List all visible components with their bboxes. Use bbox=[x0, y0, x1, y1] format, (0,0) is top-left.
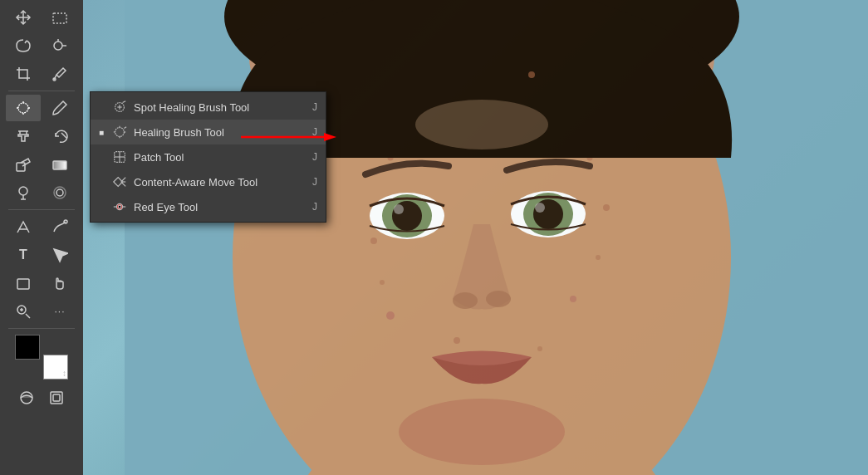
tool-row-6 bbox=[0, 151, 83, 178]
lasso-tool-button[interactable] bbox=[6, 32, 41, 59]
color-swatches: ↕ bbox=[15, 335, 68, 380]
more-tools-button[interactable]: ··· bbox=[42, 298, 77, 325]
svg-point-58 bbox=[19, 187, 27, 195]
divider-1 bbox=[8, 91, 75, 91]
tool-row-3 bbox=[0, 61, 83, 87]
divider-3 bbox=[8, 328, 75, 329]
svg-point-62 bbox=[56, 189, 63, 196]
canvas-area bbox=[83, 0, 868, 475]
crop-tool-button[interactable] bbox=[6, 61, 41, 87]
menu-item-patch[interactable]: Patch Tool J bbox=[91, 144, 326, 169]
marquee-tool-button[interactable] bbox=[42, 4, 77, 31]
eraser-tool-button[interactable] bbox=[6, 151, 41, 178]
tool-row-7 bbox=[0, 179, 83, 206]
tool-row-4 bbox=[0, 95, 83, 121]
svg-point-20 bbox=[596, 255, 601, 260]
face-image bbox=[125, 0, 868, 475]
quick-mask-button[interactable] bbox=[13, 386, 40, 409]
clone-stamp-tool-button[interactable] bbox=[6, 123, 41, 149]
svg-point-19 bbox=[603, 204, 610, 211]
content-aware-label: Content-Aware Move Tool bbox=[134, 176, 257, 189]
tool-row-10 bbox=[0, 270, 83, 296]
toolbar: T bbox=[0, 0, 83, 475]
patch-label: Patch Tool bbox=[134, 151, 184, 164]
menu-item-spot-healing[interactable]: Spot Healing Brush Tool J bbox=[91, 95, 326, 120]
svg-rect-56 bbox=[17, 163, 25, 171]
svg-point-33 bbox=[486, 291, 511, 307]
patch-shortcut: J bbox=[312, 151, 317, 163]
shape-tool-button[interactable] bbox=[6, 270, 41, 296]
tool-row-9: T bbox=[0, 242, 83, 268]
svg-point-37 bbox=[528, 71, 535, 78]
svg-point-87 bbox=[118, 205, 121, 208]
eyedropper-tool-button[interactable] bbox=[42, 61, 77, 87]
svg-rect-57 bbox=[53, 161, 66, 169]
tool-row-11: ··· bbox=[0, 298, 83, 325]
svg-point-43 bbox=[54, 42, 62, 50]
zoom-tool-button[interactable] bbox=[6, 298, 41, 325]
swap-colors-icon[interactable]: ↕ bbox=[62, 369, 66, 378]
patch-icon bbox=[110, 148, 129, 166]
content-aware-shortcut: J bbox=[312, 176, 317, 188]
type-tool-label: T bbox=[19, 247, 27, 262]
tool-row-8 bbox=[0, 213, 83, 240]
svg-point-21 bbox=[454, 337, 460, 344]
svg-point-76 bbox=[115, 128, 125, 137]
svg-point-27 bbox=[394, 204, 404, 214]
svg-point-17 bbox=[380, 280, 385, 285]
svg-line-67 bbox=[26, 314, 30, 318]
healing-brush-check: ■ bbox=[99, 128, 109, 137]
red-eye-shortcut: J bbox=[312, 201, 317, 213]
spot-healing-shortcut: J bbox=[312, 101, 317, 113]
tool-row-2 bbox=[0, 32, 83, 59]
spot-healing-check bbox=[99, 103, 109, 112]
healing-brush-shortcut: J bbox=[312, 126, 317, 138]
type-tool-button[interactable]: T bbox=[6, 242, 41, 268]
healing-brush-tool-button[interactable] bbox=[6, 95, 41, 121]
patch-check bbox=[99, 153, 109, 162]
brush-tool-button[interactable] bbox=[42, 95, 77, 121]
content-aware-icon bbox=[110, 173, 129, 191]
freeform-pen-tool-button[interactable] bbox=[42, 213, 77, 240]
svg-point-48 bbox=[18, 103, 28, 113]
svg-rect-72 bbox=[53, 394, 60, 401]
svg-point-61 bbox=[54, 187, 66, 198]
svg-rect-65 bbox=[17, 279, 29, 289]
content-aware-check bbox=[99, 178, 109, 187]
blur-tool-button[interactable] bbox=[42, 179, 77, 206]
menu-item-red-eye[interactable]: Red Eye Tool J bbox=[91, 194, 326, 219]
bottom-icons bbox=[13, 386, 70, 409]
red-eye-check bbox=[99, 203, 109, 212]
history-brush-tool-button[interactable] bbox=[42, 123, 77, 149]
svg-point-32 bbox=[453, 292, 478, 309]
svg-point-34 bbox=[399, 399, 565, 465]
red-eye-label: Red Eye Tool bbox=[134, 201, 198, 213]
svg-point-36 bbox=[415, 100, 548, 149]
svg-point-39 bbox=[570, 296, 576, 302]
svg-rect-71 bbox=[51, 392, 62, 404]
screen-mode-button[interactable] bbox=[43, 386, 70, 409]
menu-item-content-aware-move[interactable]: Content-Aware Move Tool J bbox=[91, 169, 326, 194]
tool-row-5 bbox=[0, 123, 83, 149]
svg-point-38 bbox=[386, 311, 395, 320]
gradient-tool-button[interactable] bbox=[42, 151, 77, 178]
menu-item-healing-brush[interactable]: ■ Healing Brush Tool J bbox=[91, 120, 326, 144]
dodge-tool-button[interactable] bbox=[6, 179, 41, 206]
context-menu: Spot Healing Brush Tool J ■ Healing Brus… bbox=[90, 91, 326, 223]
more-tools-label: ··· bbox=[54, 306, 65, 317]
hand-tool-button[interactable] bbox=[42, 270, 77, 296]
svg-point-23 bbox=[537, 346, 542, 351]
pen-tool-button[interactable] bbox=[6, 213, 41, 240]
svg-point-16 bbox=[370, 238, 377, 244]
svg-rect-42 bbox=[53, 13, 66, 23]
quick-select-tool-button[interactable] bbox=[42, 32, 77, 59]
svg-point-31 bbox=[535, 203, 545, 213]
foreground-color-swatch[interactable] bbox=[15, 335, 40, 360]
divider-2 bbox=[8, 209, 75, 210]
spot-healing-label: Spot Healing Brush Tool bbox=[134, 101, 249, 114]
path-select-tool-button[interactable] bbox=[42, 242, 77, 268]
healing-brush-label: Healing Brush Tool bbox=[134, 126, 224, 139]
tool-row-1 bbox=[0, 4, 83, 31]
healing-brush-icon bbox=[110, 123, 129, 141]
move-tool-button[interactable] bbox=[6, 4, 41, 31]
